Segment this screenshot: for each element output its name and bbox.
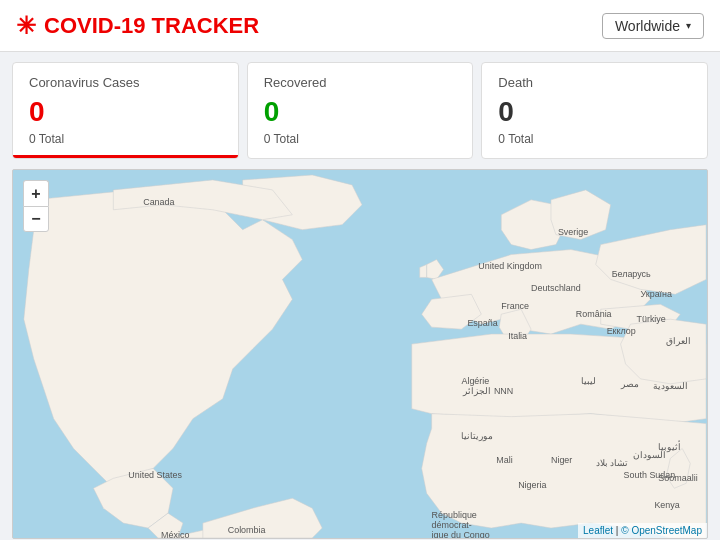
cases-total: 0 Total	[29, 132, 222, 146]
svg-text:Беларусь: Беларусь	[612, 269, 651, 279]
svg-text:تشاد بلاد: تشاد بلاد	[596, 458, 628, 468]
svg-text:Україна: Україна	[640, 289, 672, 299]
recovered-label: Recovered	[264, 75, 457, 90]
svg-text:Nigeria: Nigeria	[518, 480, 546, 490]
chevron-down-icon: ▾	[686, 20, 691, 31]
cases-card: Coronavirus Cases 0 0 Total	[12, 62, 239, 159]
svg-text:ليبيا: ليبيا	[581, 376, 596, 386]
death-total: 0 Total	[498, 132, 691, 146]
svg-text:Sverige: Sverige	[558, 227, 588, 237]
svg-text:العراق: العراق	[666, 336, 691, 347]
stats-row: Coronavirus Cases 0 0 Total Recovered 0 …	[0, 52, 720, 169]
recovered-card: Recovered 0 0 Total	[247, 62, 474, 159]
svg-text:Екклор: Екклор	[607, 326, 636, 336]
svg-text:مصر: مصر	[620, 379, 639, 390]
recovered-value: 0	[264, 96, 457, 128]
svg-text:Canada: Canada	[143, 197, 174, 207]
worldwide-label: Worldwide	[615, 18, 680, 34]
svg-text:ique du Congo: ique du Congo	[432, 530, 490, 538]
virus-icon: ✳	[16, 12, 36, 40]
cases-label: Coronavirus Cases	[29, 75, 222, 90]
map-attribution: Leaflet | © OpenStreetMap	[578, 523, 707, 538]
svg-text:أثيوبيا: أثيوبيا	[658, 440, 681, 453]
world-map[interactable]: + −	[12, 169, 708, 539]
svg-text:México: México	[161, 530, 189, 538]
svg-text:موريتانيا: موريتانيا	[461, 431, 493, 442]
zoom-controls: + −	[23, 180, 49, 232]
map-svg: United States México Canada Colombia Uni…	[13, 170, 707, 538]
death-card: Death 0 0 Total	[481, 62, 708, 159]
worldwide-dropdown[interactable]: Worldwide ▾	[602, 13, 704, 39]
svg-text:United Kingdom: United Kingdom	[478, 261, 542, 271]
svg-text:España: España	[467, 318, 497, 328]
svg-text:République: République	[432, 510, 477, 520]
header: ✳ COVID-19 TRACKER Worldwide ▾	[0, 0, 720, 52]
zoom-in-button[interactable]: +	[23, 180, 49, 206]
svg-text:Deutschland: Deutschland	[531, 283, 581, 293]
death-value: 0	[498, 96, 691, 128]
svg-text:Colombia: Colombia	[228, 525, 266, 535]
svg-text:Mali: Mali	[496, 455, 512, 465]
osm-link[interactable]: © OpenStreetMap	[621, 525, 702, 536]
svg-text:Türkiye: Türkiye	[636, 314, 665, 324]
svg-text:Algérie: Algérie	[461, 376, 489, 386]
death-label: Death	[498, 75, 691, 90]
svg-text:Kenya: Kenya	[654, 500, 679, 510]
title-text: COVID-19 TRACKER	[44, 13, 259, 39]
leaflet-link[interactable]: Leaflet	[583, 525, 613, 536]
svg-text:démocrat-: démocrat-	[432, 520, 472, 530]
app-title: ✳ COVID-19 TRACKER	[16, 12, 259, 40]
recovered-total: 0 Total	[264, 132, 457, 146]
cases-value: 0	[29, 96, 222, 128]
zoom-out-button[interactable]: −	[23, 206, 49, 232]
svg-text:France: France	[501, 301, 529, 311]
svg-text:United States: United States	[128, 470, 182, 480]
svg-text:Niger: Niger	[551, 455, 572, 465]
svg-text:South Sudan: South Sudan	[624, 470, 676, 480]
svg-text:السعودية: السعودية	[653, 381, 688, 392]
svg-text:România: România	[576, 309, 612, 319]
svg-text:Italia: Italia	[508, 331, 527, 341]
svg-text:الجزائر NNN: الجزائر NNN	[462, 386, 513, 397]
